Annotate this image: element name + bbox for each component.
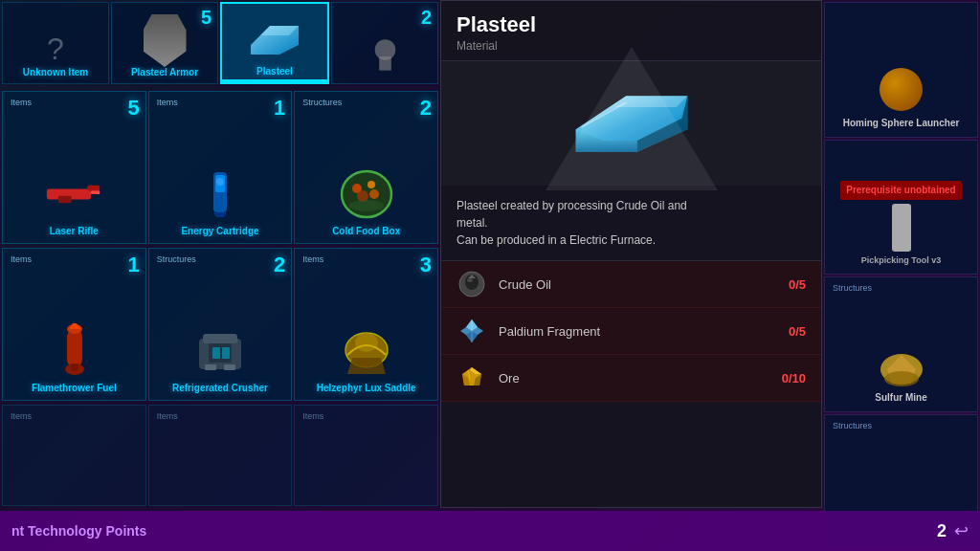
plasteel-icon	[246, 21, 303, 58]
laser-rifle-icon	[45, 165, 102, 222]
unknown-item-label: Unknown Item	[23, 67, 88, 77]
card-flamethrower-fuel[interactable]: Items 1 Flamethrower Fuel	[2, 248, 146, 401]
ingredient-paldium: Paldium Fragment 0/5	[441, 308, 821, 355]
saddle-label: Helzephyr Lux Saddle	[317, 383, 416, 394]
flamethrower-category: Items	[11, 254, 32, 264]
energy-cartridge-label: Energy Cartridge	[181, 226, 258, 237]
unknown2-count: 2	[421, 7, 432, 29]
cold-food-box-count: 2	[420, 96, 432, 121]
prereq-item-label: Pickpicking Tool v3	[861, 255, 941, 266]
saddle-count: 3	[420, 253, 432, 277]
card-plasteel-armor[interactable]: 5 Plasteel Armor	[111, 2, 218, 84]
paldium-count: 0/5	[789, 324, 806, 339]
flamethrower-icon	[45, 321, 102, 379]
plasteel-label: Plasteel	[256, 66, 293, 77]
energy-cartridge-icon	[191, 165, 249, 222]
prereq-badge: Prerequisite unobtained	[840, 181, 961, 200]
desc-line2: metal.	[457, 216, 488, 230]
svg-rect-25	[203, 334, 237, 343]
saddle-icon	[338, 321, 395, 379]
svg-point-46	[467, 278, 473, 282]
homing-sphere-label: Homing Sphere Launcher	[843, 118, 960, 129]
sidebar-prereq-item[interactable]: Prerequisite unobtained Pickpicking Tool…	[824, 140, 978, 276]
card-cold-food-box[interactable]: Structures 2 Cold Food Box	[294, 91, 438, 244]
laser-rifle-label: Laser Rifle	[50, 226, 99, 237]
extra3-category: Items	[302, 411, 323, 421]
sidebar-sulfur-mine[interactable]: Structures Sulfur Mine	[824, 276, 978, 412]
svg-rect-19	[67, 329, 82, 367]
card-refrigerated-crusher[interactable]: Structures 2 Refrigerated Crusher	[148, 248, 293, 401]
crude-oil-count: 0/5	[789, 277, 806, 292]
sidebar-extra-category: Structures	[833, 421, 872, 430]
svg-marker-33	[347, 358, 386, 374]
detail-panel: Plasteel Material	[440, 0, 822, 508]
bottom-bar: nt Technology Points 2 ↩	[0, 511, 980, 551]
sulfur-mine-label: Sulfur Mine	[875, 392, 926, 404]
card-plasteel[interactable]: Plasteel	[220, 2, 329, 84]
laser-rifle-count: 5	[127, 96, 139, 121]
saddle-category: Items	[302, 254, 323, 264]
svg-rect-27	[212, 347, 220, 359]
ore-count: 0/10	[782, 371, 806, 386]
ingredients-list: Crude Oil 0/5 Paldium Fragment 0/5	[441, 261, 821, 507]
plasteel-armor-label: Plasteel Armor	[131, 67, 198, 77]
card-extra-2[interactable]: Items	[148, 405, 293, 506]
svg-point-11	[216, 178, 224, 186]
plasteel-armor-icon	[144, 14, 187, 67]
plasteel-armor-count: 5	[201, 7, 212, 29]
ingredient-ore: Ore 0/10	[441, 355, 821, 402]
middle-card-row: Items 5 Laser Rifle Items 1 Energy Cartr…	[0, 90, 440, 245]
svg-marker-10	[213, 212, 227, 217]
ore-name: Ore	[499, 371, 782, 386]
paldium-name: Paldium Fragment	[499, 324, 789, 339]
crude-oil-name: Crude Oil	[499, 277, 789, 292]
svg-rect-30	[224, 364, 235, 370]
svg-rect-7	[91, 190, 100, 194]
extra2-category: Items	[157, 411, 178, 421]
svg-rect-5	[88, 186, 100, 191]
detail-title: Plasteel	[457, 12, 806, 37]
svg-marker-38	[546, 47, 718, 190]
svg-point-37	[884, 371, 919, 386]
picklock-icon	[892, 204, 911, 252]
card-extra-3[interactable]: Items	[294, 405, 438, 506]
bottom-bar-label: nt Technology Points	[11, 523, 929, 539]
cold-food-box-category: Structures	[302, 98, 342, 107]
svg-rect-28	[222, 347, 230, 359]
bottom-bar-arrow-icon[interactable]: ↩	[954, 520, 969, 541]
svg-point-17	[369, 189, 379, 199]
svg-rect-6	[58, 196, 72, 203]
crusher-icon	[191, 321, 249, 379]
ore-icon	[457, 363, 487, 393]
card-unknown-2[interactable]: 2	[331, 2, 438, 84]
homing-sphere-icon	[878, 66, 925, 114]
bg-triangle	[536, 37, 727, 209]
energy-cartridge-category: Items	[157, 98, 178, 107]
detail-image-area	[441, 61, 821, 186]
extra1-category: Items	[11, 411, 32, 421]
unknown2-icon	[361, 30, 409, 77]
bottom-card-row: Items 1 Flamethrower Fuel Structures 2	[0, 247, 440, 402]
active-indicator	[222, 79, 327, 82]
card-unknown-item[interactable]: ? Unknown Item	[2, 2, 109, 84]
unknown-icon: ?	[47, 32, 64, 67]
crusher-category: Structures	[157, 254, 196, 264]
sulfur-mine-icon	[878, 350, 925, 388]
crude-oil-icon	[457, 269, 487, 299]
svg-rect-3	[379, 56, 391, 70]
card-energy-cartridge[interactable]: Items 1 Energy Cartridge	[148, 91, 293, 244]
svg-point-18	[349, 200, 384, 211]
card-laser-rifle[interactable]: Items 5 Laser Rifle	[2, 91, 146, 244]
top-card-row: ? Unknown Item 5 Plasteel Armor Pl	[0, 0, 440, 86]
ingredient-crude-oil: Crude Oil 0/5	[441, 261, 821, 308]
svg-rect-23	[71, 364, 78, 371]
desc-line3: Can be produced in a Electric Furnace.	[457, 233, 656, 247]
card-extra-1[interactable]: Items	[2, 405, 146, 506]
energy-cartridge-count: 1	[274, 96, 285, 121]
cold-food-box-icon	[338, 165, 395, 222]
card-helzephyr-saddle[interactable]: Items 3 Helzephyr Lux Saddle	[294, 248, 438, 401]
paldium-icon	[457, 316, 487, 346]
sulfur-category: Structures	[833, 283, 872, 293]
sidebar-homing-sphere[interactable]: Homing Sphere Launcher	[824, 2, 978, 138]
flamethrower-count: 1	[127, 253, 139, 277]
